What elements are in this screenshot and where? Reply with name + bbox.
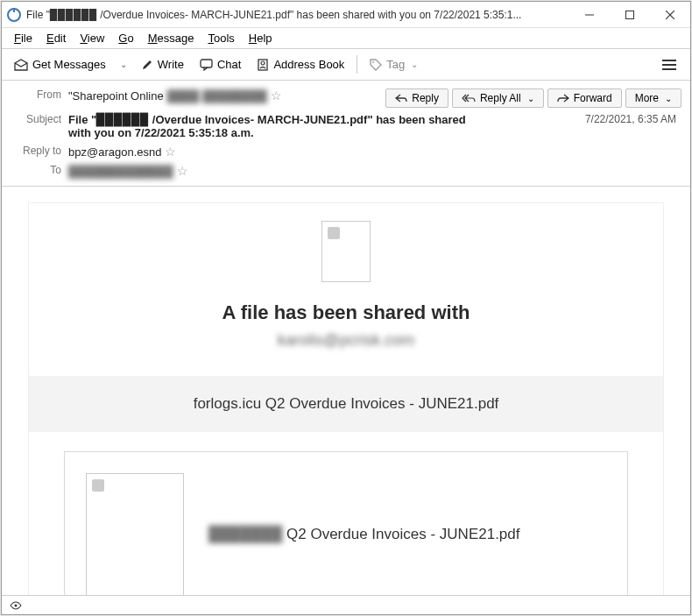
chevron-down-icon: ⌄ (665, 94, 672, 103)
chevron-down-icon: ⌄ (527, 94, 534, 103)
menu-file[interactable]: File (9, 30, 38, 46)
close-button[interactable] (650, 2, 690, 27)
tag-icon (370, 59, 382, 71)
minimize-button[interactable] (569, 2, 610, 27)
reply-all-icon (462, 94, 476, 103)
message-body[interactable]: A file has been shared with karolis@pcri… (2, 187, 690, 595)
get-messages-button[interactable]: Get Messages (7, 54, 113, 74)
statusbar (2, 595, 690, 614)
reply-icon (395, 94, 407, 103)
replyto-row: Reply to bpz@aragon.esnd ☆ (2, 142, 690, 161)
menu-help[interactable]: Help (244, 30, 278, 46)
svg-rect-1 (13, 8, 15, 12)
forward-button[interactable]: Forward (547, 89, 622, 108)
titlebar: File "▉▉▉▉▉▉ /Overdue Invoices- MARCH-JU… (2, 2, 690, 28)
replyto-label: Reply to (11, 145, 61, 157)
menu-message[interactable]: Message (143, 30, 200, 46)
file-thumbnail-icon (321, 221, 371, 282)
app-icon (7, 8, 21, 22)
star-icon[interactable]: ☆ (165, 145, 176, 159)
chat-label: Chat (217, 58, 241, 71)
get-messages-dropdown[interactable]: ⌄ (115, 60, 132, 69)
tag-button[interactable]: Tag ⌄ (363, 54, 425, 74)
from-label: From (11, 89, 61, 101)
reply-button[interactable]: Reply (385, 89, 448, 108)
more-button[interactable]: More ⌄ (625, 89, 681, 108)
tag-label: Tag (386, 58, 405, 71)
file-thumbnail-icon (86, 473, 184, 595)
shared-recipient: karolis@pcrisk.com (29, 331, 663, 350)
hamburger-menu[interactable] (653, 56, 685, 74)
replyto-value: bpz@aragon.esnd ☆ (68, 145, 681, 159)
attachment-filename: ███████ Q2 Overdue Invoices - JUNE21.pdf (208, 523, 520, 546)
chevron-down-icon: ⌄ (411, 60, 418, 69)
svg-point-8 (261, 61, 265, 65)
get-messages-label: Get Messages (32, 58, 106, 71)
star-icon[interactable]: ☆ (177, 164, 188, 178)
message-headers: From "Sharepoint Online ████ ████████ ☆ … (2, 81, 690, 187)
svg-rect-3 (626, 11, 634, 18)
menu-tools[interactable]: Tools (202, 30, 239, 46)
card-header: A file has been shared with karolis@pcri… (29, 203, 663, 376)
toolbar-separator (357, 55, 357, 74)
write-label: Write (158, 58, 184, 71)
svg-point-9 (372, 61, 374, 63)
menu-go[interactable]: Go (113, 30, 138, 46)
toolbar: Get Messages ⌄ Write Chat Address Book T… (2, 49, 690, 81)
star-icon[interactable]: ☆ (271, 89, 282, 103)
chat-icon (200, 59, 213, 71)
email-window: File "▉▉▉▉▉▉ /Overdue Invoices- MARCH-JU… (1, 1, 691, 615)
file-attachment-row[interactable]: ███████ Q2 Overdue Invoices - JUNE21.pdf (64, 451, 628, 595)
window-controls (569, 2, 690, 27)
maximize-button[interactable] (610, 2, 650, 27)
svg-point-13 (15, 604, 18, 606)
subject-label: Subject (11, 113, 61, 125)
write-button[interactable]: Write (134, 54, 191, 74)
shared-title: A file has been shared with (29, 301, 663, 324)
forward-icon (557, 94, 569, 103)
address-book-button[interactable]: Address Book (250, 54, 351, 74)
to-label: To (11, 164, 61, 176)
received-date: 7/22/2021, 6:35 AM (585, 113, 681, 125)
to-value: █████████████ ☆ (68, 164, 681, 178)
message-actions: Reply Reply All ⌄ Forward More ⌄ (385, 89, 681, 108)
subject-row: Subject File "▉▉▉▉▉▉ /Overdue Invoices- … (2, 110, 690, 142)
card-filename-bar: forlogs.icu Q2 Overdue Invoices - JUNE21… (29, 376, 663, 432)
reply-all-button[interactable]: Reply All ⌄ (452, 89, 544, 108)
subject-value: File "▉▉▉▉▉▉ /Overdue Invoices- MARCH-JU… (68, 113, 578, 139)
window-title: File "▉▉▉▉▉▉ /Overdue Invoices- MARCH-JU… (26, 9, 569, 21)
share-card: A file has been shared with karolis@pcri… (28, 202, 664, 595)
from-value: "Sharepoint Online ████ ████████ ☆ (68, 89, 378, 103)
svg-rect-6 (201, 60, 212, 67)
address-book-label: Address Book (273, 58, 344, 71)
menu-view[interactable]: View (74, 30, 109, 46)
to-row: To █████████████ ☆ (2, 161, 690, 181)
chat-button[interactable]: Chat (193, 54, 248, 74)
address-book-icon (257, 59, 269, 71)
download-icon (14, 59, 28, 71)
from-row: From "Sharepoint Online ████ ████████ ☆ … (2, 86, 690, 110)
menubar: File Edit View Go Message Tools Help (2, 28, 690, 49)
menu-edit[interactable]: Edit (41, 30, 71, 46)
pencil-icon (141, 59, 153, 71)
connection-icon[interactable] (9, 600, 23, 611)
